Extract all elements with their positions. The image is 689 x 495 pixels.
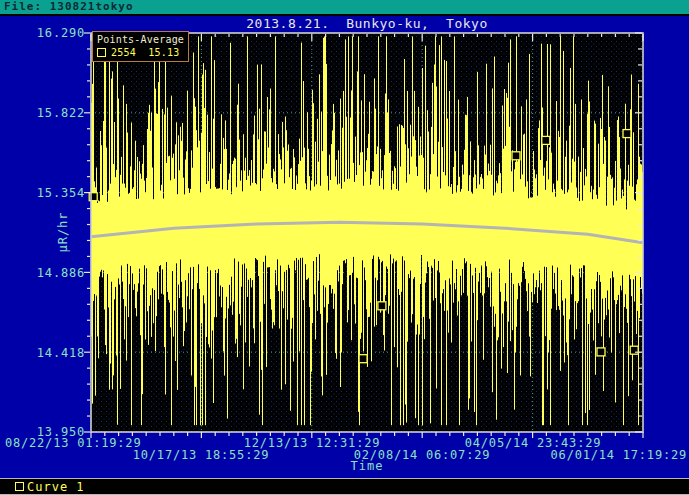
square-marker-icon: [97, 48, 106, 57]
x-tick-label: 08/22/13 01:19:29: [5, 436, 141, 450]
curve-selector[interactable]: Curve 1: [27, 480, 85, 494]
legend-count: 2554: [111, 47, 136, 58]
status-bar: Curve 1: [0, 478, 689, 495]
y-tick-label: 15.354: [37, 186, 85, 200]
y-tick-label: 14.418: [37, 346, 85, 360]
legend-entry: 2554 15.13: [97, 47, 184, 58]
legend-box[interactable]: Points-Average 2554 15.13: [92, 31, 189, 62]
legend-title: Points-Average: [97, 34, 184, 45]
y-tick-label: 15.822: [37, 106, 85, 120]
plot-area: [0, 0, 689, 495]
legend-spacer: [136, 47, 148, 58]
legend-average: 15.13: [148, 47, 179, 58]
y-tick-label: 14.886: [37, 266, 85, 280]
y-axis-label: μR/hr: [56, 211, 70, 252]
square-marker-icon: [15, 482, 24, 491]
x-axis-label: Time: [91, 459, 643, 473]
y-tick-label: 16.290: [37, 26, 85, 40]
